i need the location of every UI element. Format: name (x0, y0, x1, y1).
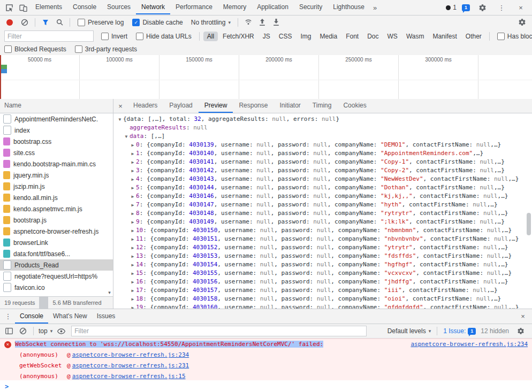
request-row-data-font-ttf-base6[interactable]: data:font/ttf/base6... (0, 248, 113, 259)
preview-item-row-0[interactable]: ▶0: {companyId: 4030139, username: null,… (116, 141, 526, 149)
search-network-button[interactable] (52, 16, 66, 29)
collapsed-arrow-icon[interactable]: ▶ (130, 141, 136, 150)
expanded-arrow-icon[interactable]: ▼ (117, 116, 123, 124)
console-prompt[interactable]: > (0, 380, 532, 392)
preview-item-row-17[interactable]: ▶17: {companyId: 4030157, username: null… (116, 286, 526, 295)
tab-memory[interactable]: Memory (218, 0, 252, 14)
execution-context-dropdown[interactable]: top ▾ (39, 327, 52, 335)
preview-item-row-11[interactable]: ▶11: {companyId: 4030151, username: null… (116, 235, 526, 243)
preview-item-row-6[interactable]: ▶6: {companyId: 4030146, username: null,… (116, 192, 526, 201)
error-count-indicator[interactable]: 1 (446, 4, 457, 11)
log-levels-dropdown[interactable]: Default levels ▾ (387, 327, 431, 335)
preview-scrollbar-thumb[interactable] (527, 213, 531, 235)
collapsed-arrow-icon[interactable]: ▶ (130, 304, 136, 309)
name-column-header[interactable]: Name (0, 99, 113, 113)
filter-type-manifest[interactable]: Manifest (429, 32, 460, 41)
detail-tab-timing[interactable]: Timing (307, 99, 338, 113)
blocked-requests-checkbox[interactable]: Blocked Requests (4, 45, 66, 53)
collapsed-arrow-icon[interactable]: ▶ (130, 210, 136, 218)
issues-counter-button[interactable]: 1 Issue: 1 (443, 327, 476, 335)
network-settings-button[interactable] (515, 16, 529, 29)
disable-cache-checkbox[interactable]: ✓ Disable cache (132, 19, 183, 26)
filter-type-doc[interactable]: Doc (363, 32, 382, 41)
network-conditions-button[interactable] (241, 16, 255, 29)
preview-item-row-2[interactable]: ▶2: {companyId: 4030141, username: null,… (116, 158, 526, 166)
console-tab-what-s-new[interactable]: What's New (48, 309, 92, 324)
drawer-kebab-menu-button[interactable]: ⋮ (1, 310, 15, 323)
close-detail-button[interactable]: × (113, 99, 127, 113)
collapsed-arrow-icon[interactable]: ▶ (130, 218, 136, 227)
expanded-arrow-icon[interactable]: ▼ (123, 133, 130, 141)
tab-network[interactable]: Network (136, 0, 170, 14)
preview-item-row-19[interactable]: ▶19: {companyId: 4030160, username: null… (116, 303, 526, 309)
console-filter-input[interactable] (71, 326, 367, 336)
collapsed-arrow-icon[interactable]: ▶ (130, 184, 136, 193)
request-row-jszip-min-js[interactable]: jszip.min.js (0, 181, 113, 192)
preview-item-row-1[interactable]: ▶1: {companyId: 4030140, username: null,… (116, 149, 526, 158)
filter-type-ws[interactable]: WS (384, 32, 401, 41)
inspect-element-button[interactable] (2, 1, 16, 14)
collapsed-arrow-icon[interactable]: ▶ (130, 158, 136, 167)
hide-data-urls-checkbox[interactable]: Hide data URLs (136, 33, 192, 40)
request-row-aspnetcore-browser-refresh-js[interactable]: aspnetcore-browser-refresh.js (0, 226, 113, 237)
live-expression-button[interactable] (54, 325, 68, 337)
kebab-menu-button[interactable]: ⋮ (495, 1, 508, 14)
request-row-favicon-ico[interactable]: favicon.ico (0, 282, 113, 293)
filter-type-all[interactable]: All (203, 32, 218, 41)
preview-item-row-3[interactable]: ▶3: {companyId: 4030142, username: null,… (116, 166, 526, 175)
import-har-button[interactable] (255, 16, 269, 29)
request-row-jquery-min-js[interactable]: jquery.min.js (0, 170, 113, 181)
collapsed-arrow-icon[interactable]: ▶ (130, 295, 136, 304)
filter-type-fetch-xhr[interactable]: Fetch/XHR (219, 32, 258, 41)
request-row-bootstrap-css[interactable]: bootstrap.css (0, 136, 113, 147)
request-row-kendo-bootstrap-main-min-cs[interactable]: kendo.bootstrap-main.min.cs (0, 158, 113, 170)
collapsed-arrow-icon[interactable]: ▶ (130, 175, 136, 184)
preview-item-row-7[interactable]: ▶7: {companyId: 4030147, username: null,… (116, 201, 526, 209)
preview-data-row[interactable]: ▼data: [,…] (116, 132, 526, 141)
stack-file-link[interactable]: aspnetcore-browser-refresh.js:231 (72, 362, 189, 369)
device-toolbar-button[interactable] (16, 1, 30, 14)
invert-checkbox[interactable]: Invert (101, 33, 127, 40)
tab-security[interactable]: Security (294, 0, 328, 14)
filter-type-other[interactable]: Other (462, 32, 485, 41)
filter-toggle-button[interactable] (39, 16, 52, 29)
request-row-browserlink[interactable]: browserLink (0, 237, 113, 248)
preview-item-row-15[interactable]: ▶15: {companyId: 4030155, username: null… (116, 269, 526, 278)
preview-item-row-10[interactable]: ▶10: {companyId: 4030150, username: null… (116, 226, 526, 235)
preview-aggregate-row[interactable]: aggregateResults: null (116, 124, 526, 132)
preview-item-row-18[interactable]: ▶18: {companyId: 4030158, username: null… (116, 295, 526, 303)
has-blocked-cookies-checkbox[interactable]: Has blocked cookies (497, 33, 532, 40)
detail-tab-payload[interactable]: Payload (163, 99, 198, 113)
filter-type-media[interactable]: Media (316, 32, 341, 41)
export-har-button[interactable] (269, 16, 283, 29)
scroll-down-arrow-icon[interactable]: ▾ (106, 290, 113, 295)
collapsed-arrow-icon[interactable]: ▶ (130, 278, 136, 287)
stack-file-link[interactable]: aspnetcore-browser-refresh.js:15 (72, 373, 186, 380)
third-party-requests-checkbox[interactable]: 3rd-party requests (75, 45, 137, 53)
console-tab-issues[interactable]: Issues (92, 309, 120, 324)
collapsed-arrow-icon[interactable]: ▶ (130, 261, 136, 270)
record-network-log-button[interactable] (6, 19, 13, 26)
tab-application[interactable]: Application (252, 0, 294, 14)
filter-type-wasm[interactable]: Wasm (402, 32, 428, 41)
request-row-index[interactable]: index (0, 125, 113, 136)
clear-network-log-button[interactable] (18, 16, 32, 29)
filter-type-css[interactable]: CSS (275, 32, 296, 41)
settings-button[interactable] (475, 1, 489, 14)
collapsed-arrow-icon[interactable]: ▶ (130, 235, 136, 244)
tab-performance[interactable]: Performance (170, 0, 218, 14)
collapsed-arrow-icon[interactable]: ▶ (130, 201, 136, 210)
tab-elements[interactable]: Elements (30, 0, 67, 14)
request-row-site-css[interactable]: site.css (0, 147, 113, 158)
collapsed-arrow-icon[interactable]: ▶ (130, 244, 136, 252)
collapsed-arrow-icon[interactable]: ▶ (130, 227, 136, 235)
collapsed-arrow-icon[interactable]: ▶ (130, 252, 136, 261)
collapsed-arrow-icon[interactable]: ▶ (130, 150, 136, 158)
hidden-messages-label[interactable]: 12 hidden (481, 327, 509, 335)
preview-item-row-9[interactable]: ▶9: {companyId: 4030149, username: null,… (116, 218, 526, 226)
detail-tab-response[interactable]: Response (233, 99, 273, 113)
filter-type-js[interactable]: JS (259, 32, 274, 41)
close-devtools-button[interactable]: × (514, 1, 528, 14)
collapsed-arrow-icon[interactable]: ▶ (130, 287, 136, 295)
clear-console-button[interactable] (16, 325, 30, 337)
